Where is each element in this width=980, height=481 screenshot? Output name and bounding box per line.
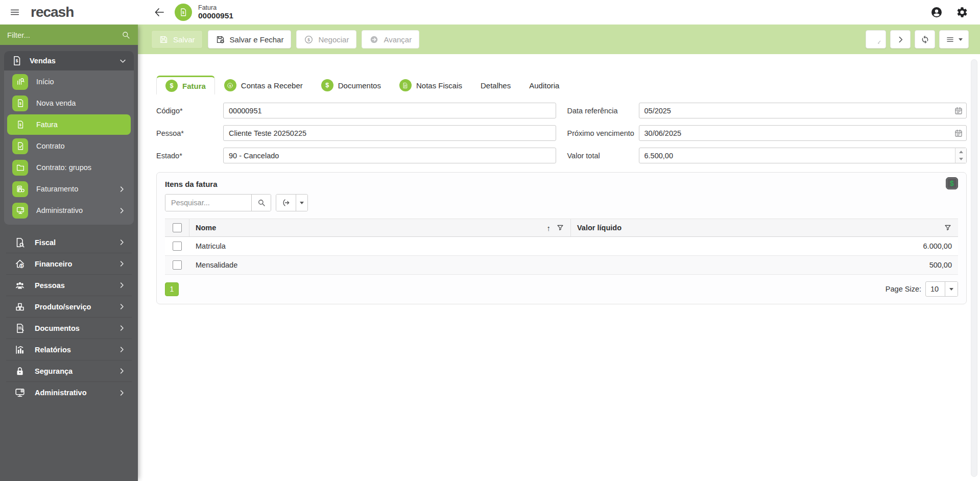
topbar-left: recash — [0, 4, 138, 21]
sidebar-item-inicio[interactable]: Início — [7, 71, 131, 92]
sidebar-item-faturamento[interactable]: Faturamento — [7, 179, 131, 199]
tab-bar: $ Fatura Contas a Receber $ Documentos N… — [156, 76, 967, 94]
caret-down-icon — [300, 202, 304, 204]
money-action-button[interactable]: $ — [946, 177, 958, 189]
select-all-checkbox[interactable] — [173, 223, 182, 232]
spinner-up-button[interactable] — [955, 148, 966, 156]
sidebar-group-header-vendas[interactable]: Vendas — [4, 51, 134, 70]
chevron-left-icon — [872, 35, 880, 44]
sidebar-item-administrativo[interactable]: Administrativo — [6, 382, 132, 403]
valor-total-input[interactable] — [639, 148, 967, 163]
advance-label: Avançar — [384, 35, 412, 44]
tab-contas-a-receber[interactable]: Contas a Receber — [215, 76, 312, 94]
sidebar-item-nova-venda[interactable]: Nova venda — [7, 93, 131, 113]
items-search-input[interactable] — [165, 195, 251, 211]
valor-filter-button[interactable] — [944, 224, 952, 232]
sidebar-item-label: Fatura — [36, 121, 58, 129]
tab-fatura[interactable]: $ Fatura — [156, 76, 215, 94]
row-checkbox[interactable] — [173, 242, 182, 251]
tab-notas-fiscais[interactable]: Notas Fiscais — [390, 76, 471, 94]
billing-machine-icon — [12, 181, 28, 197]
sidebar-item-seguranca[interactable]: Segurança — [6, 360, 132, 382]
export-options-button[interactable] — [296, 195, 307, 211]
sidebar-filter-search-button[interactable] — [121, 30, 131, 40]
table-row-matricula[interactable]: Matricula 6.000,00 — [165, 237, 958, 256]
tab-documentos[interactable]: $ Documentos — [312, 76, 390, 94]
advance-button[interactable]: Avançar — [362, 30, 419, 49]
spinner-down-button[interactable] — [955, 156, 966, 163]
save-close-icon — [216, 35, 225, 44]
field-proximo-vencimento: Próximo vencimento — [567, 125, 967, 141]
page-size-dropdown-button[interactable] — [945, 282, 958, 296]
tab-detalhes[interactable]: Detalhes — [471, 76, 520, 94]
triangle-down-icon — [959, 158, 963, 160]
sidebar-item-fatura[interactable]: Fatura — [7, 114, 131, 135]
vertical-scrollbar[interactable] — [971, 59, 977, 477]
sort-ascending-icon[interactable]: ↑ — [547, 224, 551, 232]
sidebar-item-financeiro[interactable]: Financeiro — [6, 253, 132, 275]
proximo-vencimento-input[interactable] — [639, 125, 967, 141]
page-size-label: Page Size: — [886, 285, 921, 293]
triangle-up-icon — [959, 151, 963, 153]
tab-auditoria[interactable]: Auditoria — [520, 76, 568, 94]
row-checkbox[interactable] — [173, 260, 182, 270]
sidebar-item-relatorios[interactable]: Relatórios — [6, 339, 132, 360]
topbar-right — [930, 6, 980, 19]
sidebar-item-label: Segurança — [35, 367, 73, 375]
export-button[interactable] — [276, 195, 296, 211]
sidebar-item-label: Início — [36, 78, 54, 86]
nome-filter-button[interactable] — [556, 224, 564, 232]
next-record-button[interactable] — [890, 30, 911, 49]
hamburger-menu-button[interactable] — [6, 4, 23, 21]
sidebar-item-documentos[interactable]: Documentos — [6, 318, 132, 339]
sidebar-item-pessoas[interactable]: Pessoas — [6, 275, 132, 296]
people-icon — [12, 280, 28, 291]
save-icon — [159, 35, 169, 44]
more-actions-button[interactable] — [939, 30, 969, 49]
row-nome-cell: Mensalidade — [189, 256, 571, 274]
page-1-button[interactable]: 1 — [165, 282, 179, 296]
row-valor-cell: 6.000,00 — [571, 237, 958, 255]
previous-record-button[interactable] — [866, 30, 886, 49]
chevron-right-icon — [118, 238, 126, 246]
tab-label: Notas Fiscais — [416, 81, 462, 90]
items-search-button[interactable] — [251, 195, 271, 211]
sidebar-item-label: Administrativo — [36, 206, 83, 214]
data-referencia-input[interactable] — [639, 103, 967, 118]
codigo-input[interactable] — [223, 103, 556, 118]
refresh-button[interactable] — [915, 30, 935, 49]
sidebar-item-contrato-grupos[interactable]: Contrato: grupos — [7, 157, 131, 178]
pessoa-input[interactable] — [223, 125, 556, 141]
calendar-icon[interactable] — [954, 106, 963, 115]
top-bar: recash Fatura 00000951 — [0, 0, 980, 25]
sidebar-item-fiscal[interactable]: Fiscal — [6, 232, 132, 253]
tab-label: Auditoria — [529, 81, 559, 90]
estado-label: Estado* — [156, 152, 223, 160]
search-icon — [257, 198, 266, 207]
tab-label: Contas a Receber — [241, 81, 303, 90]
sidebar-item-label: Documentos — [35, 324, 80, 332]
sidebar-item-administrativo-vendas[interactable]: Administrativo — [7, 200, 131, 221]
sidebar-filter-bar — [0, 25, 138, 45]
items-toolbar — [165, 194, 958, 211]
calendar-icon[interactable] — [954, 129, 963, 138]
save-and-close-button[interactable]: Salvar e Fechar — [208, 30, 292, 49]
negotiate-button[interactable]: Negociar — [296, 30, 356, 49]
invoice-form: Código* Data referência Pessoa* Próximo … — [156, 103, 967, 163]
settings-button[interactable] — [955, 6, 969, 19]
sidebar-group-label: Vendas — [30, 57, 56, 65]
sidebar-item-produto-servico[interactable]: Produto/serviço — [6, 296, 132, 318]
chevron-right-icon — [118, 185, 126, 193]
user-account-button[interactable] — [930, 6, 943, 19]
valor-total-spinner — [955, 148, 966, 163]
table-row-mensalidade[interactable]: Mensalidade 500,00 — [165, 256, 958, 275]
page-size-select[interactable]: 10 — [925, 281, 958, 297]
estado-input[interactable] — [223, 148, 556, 163]
sidebar-filter-input[interactable] — [7, 31, 121, 39]
record-type-label: Fatura — [198, 4, 233, 11]
back-button[interactable] — [151, 4, 168, 20]
sidebar-item-label: Pessoas — [35, 281, 65, 290]
save-button[interactable]: Salvar — [151, 30, 203, 49]
sidebar-item-contrato[interactable]: Contrato — [7, 136, 131, 156]
sidebar-item-label: Administrativo — [35, 389, 87, 397]
